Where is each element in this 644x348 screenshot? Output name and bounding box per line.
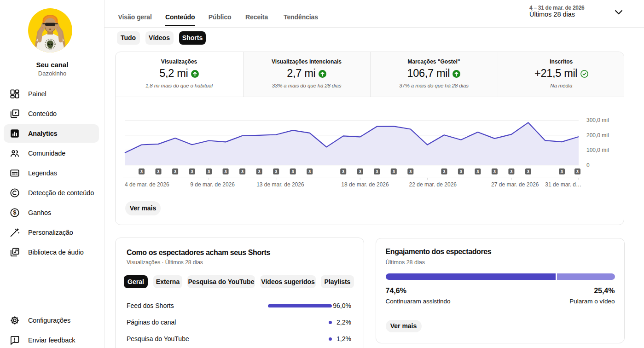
svg-text:3: 3 [342,169,344,174]
svg-text:3: 3 [359,169,361,174]
svg-text:300,0 mil: 300,0 mil [586,117,609,123]
svg-text:100,0 mil: 100,0 mil [586,147,609,153]
svg-text:3: 3 [275,169,277,174]
svg-text:3: 3 [258,169,260,174]
svg-text:31 de mar. d…: 31 de mar. d… [545,181,581,188]
svg-text:200,0 mil: 200,0 mil [586,132,609,139]
svg-text:3: 3 [443,169,445,174]
svg-text:4 de mar. de 2026: 4 de mar. de 2026 [125,181,169,188]
svg-text:3: 3 [460,169,462,174]
svg-text:3: 3 [409,169,412,174]
svg-text:3: 3 [157,169,159,174]
svg-text:3: 3 [576,169,579,174]
svg-text:3: 3 [476,169,479,174]
svg-text:18 de mar. de 2026: 18 de mar. de 2026 [341,181,389,188]
svg-text:3: 3 [376,169,378,174]
svg-text:3: 3 [393,169,395,174]
svg-text:22 de mar. de 2026: 22 de mar. de 2026 [409,181,457,188]
svg-text:3: 3 [493,169,496,174]
svg-text:3: 3 [292,169,294,174]
svg-text:3: 3 [510,169,512,174]
svg-text:$: $ [13,209,17,216]
svg-text:3: 3 [224,169,226,174]
svg-text:13 de mar. de 2026: 13 de mar. de 2026 [256,181,304,188]
svg-text:27 de mar. de 2026: 27 de mar. de 2026 [491,181,539,188]
svg-text:0: 0 [586,162,590,168]
svg-text:3: 3 [140,169,143,174]
svg-text:3: 3 [561,169,563,174]
svg-text:9 de mar. de 2026: 9 de mar. de 2026 [190,181,235,188]
svg-text:3: 3 [191,169,193,174]
svg-text:3: 3 [208,169,210,174]
svg-text:3: 3 [527,169,529,174]
svg-text:3: 3 [308,169,311,174]
svg-text:3: 3 [241,169,244,174]
svg-text:3: 3 [174,169,176,174]
